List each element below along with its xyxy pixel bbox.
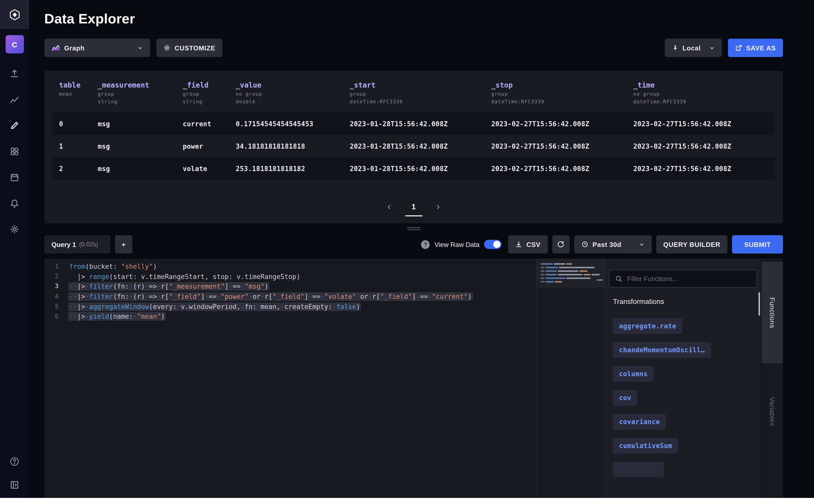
minimap-viewport — [537, 259, 604, 288]
local-dropdown[interactable]: Local — [665, 39, 722, 57]
line-number: 2 — [44, 272, 65, 282]
code-line: ··|>·filter(fn:·(r)·=>·r["_field"]·==·"p… — [69, 292, 473, 302]
table-cell: 2023-01-28T15:56:42.008Z — [350, 165, 491, 172]
csv-label: CSV — [526, 241, 541, 248]
view-raw-data-group: ? View Raw Data — [421, 240, 501, 249]
function-item[interactable]: cumulativeSum — [613, 438, 678, 454]
line-number: 1 — [44, 262, 65, 272]
current-page[interactable]: 1 — [405, 201, 422, 216]
function-search[interactable] — [609, 270, 757, 288]
line-number: 6 — [44, 312, 65, 322]
code-line: from(bucket: "shelly") — [69, 262, 473, 272]
table-row: 2msgvolate253.18181818181822023-01-28T15… — [52, 157, 775, 180]
function-item[interactable]: aggregate.rate — [613, 318, 682, 334]
question-circle-icon[interactable]: ? — [421, 240, 430, 249]
dashboards-icon[interactable] — [9, 146, 20, 156]
avatar[interactable]: C — [5, 35, 24, 53]
bottom-strip — [0, 498, 814, 504]
query-tab-label: Query 1 — [51, 241, 76, 248]
tab-functions[interactable]: Functions — [762, 262, 783, 363]
app-frame: C — [0, 0, 814, 498]
gear-icon[interactable] — [9, 224, 20, 234]
table-cell: 253.1818181818182 — [236, 165, 350, 172]
column-header: _fieldgroupstring — [183, 81, 236, 104]
table-cell: 2023-02-27T15:56:42.008Z — [491, 120, 633, 128]
function-item[interactable]: covariance — [613, 414, 666, 430]
query-builder-button[interactable]: QUERY BUILDER — [656, 235, 727, 254]
data-explorer-app: C — [0, 0, 814, 504]
table-cell: current — [183, 120, 236, 128]
function-item-partial[interactable] — [613, 462, 664, 477]
function-item[interactable]: chandeMomentumOscill… — [613, 342, 711, 358]
visualization-type-dropdown[interactable]: Graph — [44, 39, 150, 57]
code-line: ··|>·yield(name:·"mean") — [69, 312, 473, 322]
save-as-button[interactable]: SAVE AS — [728, 39, 783, 57]
code-line: |> range(start: v.timeRangeStart, stop: … — [69, 272, 473, 282]
page-title: Data Explorer — [44, 11, 783, 27]
prev-page-button[interactable]: ‹ — [387, 201, 391, 212]
time-range-label: Past 30d — [593, 241, 621, 248]
table-cell: 2023-02-27T15:56:42.008Z — [633, 165, 775, 172]
upload-icon[interactable] — [9, 68, 20, 78]
table-cell: 0 — [52, 120, 98, 128]
submit-button[interactable]: SUBMIT — [732, 235, 783, 254]
overview-ruler-marker — [597, 279, 603, 281]
toggle-knob — [493, 241, 500, 248]
customize-button[interactable]: CUSTOMIZE — [156, 39, 222, 57]
column-header: tablemean — [52, 81, 98, 104]
pin-icon — [672, 45, 678, 51]
table-cell: 2 — [52, 165, 98, 172]
table-cell: msg — [98, 165, 183, 172]
table-cell: 1 — [52, 142, 98, 150]
refresh-button[interactable] — [552, 235, 570, 254]
function-item[interactable]: columns — [613, 366, 654, 382]
graph-icon[interactable] — [9, 94, 20, 104]
sidebar: C — [0, 0, 29, 498]
pencil-icon[interactable] — [9, 120, 20, 130]
add-query-button[interactable]: + — [115, 235, 132, 254]
table-header: tablemean_measurementgroupstring_fieldgr… — [52, 81, 775, 113]
sidebar-bottom — [9, 456, 20, 498]
table-cell: power — [183, 142, 236, 150]
query-duration: (0.02s) — [79, 241, 98, 248]
function-item[interactable]: cov — [613, 390, 637, 406]
chevron-down-icon — [639, 242, 644, 247]
next-page-button[interactable]: › — [437, 201, 440, 212]
column-header: _startgroupdateTime:RFC3339 — [350, 81, 491, 104]
expand-panel-icon[interactable] — [9, 480, 20, 490]
refresh-icon — [557, 241, 565, 248]
influxdb-logo[interactable] — [0, 0, 29, 29]
view-raw-toggle[interactable] — [484, 240, 501, 249]
current-page-underline — [405, 215, 422, 216]
line-number: 3 — [44, 282, 65, 292]
tab-query-1[interactable]: Query 1 (0.02s) — [44, 235, 110, 254]
scrollbar-thumb[interactable] — [759, 292, 760, 316]
help-icon[interactable] — [9, 456, 20, 466]
line-number: 5 — [44, 302, 65, 312]
functions-panel: Transformations aggregate.ratechandeMome… — [604, 259, 761, 498]
search-input[interactable] — [627, 275, 751, 283]
table-cell: 2023-02-27T15:56:42.008Z — [491, 142, 633, 150]
table-cell: 34.18181818181818 — [236, 142, 350, 150]
calendar-icon[interactable] — [9, 172, 20, 182]
functions-list: aggregate.ratechandeMomentumOscill…colum… — [609, 318, 757, 477]
flux-editor[interactable]: 123456 from(bucket: "shelly") |> range(s… — [44, 259, 536, 498]
code-lines: from(bucket: "shelly") |> range(start: v… — [65, 262, 473, 498]
query-toolbar: Query 1 (0.02s) + ? View Raw Data CSV — [44, 235, 783, 254]
csv-button[interactable]: CSV — [508, 235, 548, 254]
top-toolbar: Graph CUSTOMIZE Local — [44, 39, 783, 57]
resize-handle[interactable] — [407, 227, 420, 231]
minimap[interactable] — [536, 259, 604, 498]
customize-gear-icon — [163, 44, 171, 51]
gutter: 123456 — [44, 262, 65, 498]
view-raw-data-label: View Raw Data — [434, 241, 480, 248]
bell-icon[interactable] — [9, 198, 20, 208]
time-range-dropdown[interactable]: Past 30d — [574, 235, 652, 254]
tab-variables[interactable]: Variables — [768, 392, 776, 431]
pagination: ‹ 1 › — [52, 201, 775, 218]
table-cell: 2023-02-27T15:56:42.008Z — [633, 142, 775, 150]
external-link-icon — [735, 44, 742, 51]
table-cell: 2023-02-27T15:56:42.008Z — [491, 165, 633, 172]
sidebar-nav — [9, 68, 20, 234]
table-row: 1msgpower34.181818181818182023-01-28T15:… — [52, 135, 775, 157]
